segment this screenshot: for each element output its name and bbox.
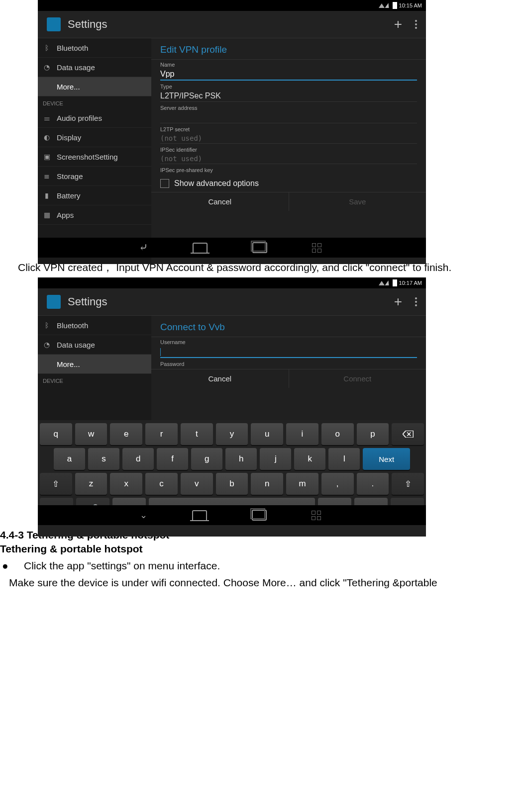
recent-button[interactable] [252,510,267,521]
key-k[interactable]: k [294,448,325,470]
header-title: Settings [68,18,107,31]
settings-header: Settings + [38,11,426,38]
connect-button[interactable]: Connect [289,369,426,388]
back-button[interactable]: ⤶ [139,241,148,254]
ipsecid-label: IPSec identifier [160,147,417,153]
data-usage-icon: ◔ [43,341,51,349]
sidebar-item-more[interactable]: More... [38,355,151,374]
settings-icon [47,17,61,31]
overflow-menu-icon[interactable] [415,20,417,29]
nav-bar: ⤶ [38,238,426,258]
overflow-menu-icon[interactable] [415,297,417,306]
type-select[interactable]: L2TP/IPSec PSK [160,90,417,102]
apps-icon: ▦ [43,211,51,219]
screenshot-icon: ▣ [43,153,51,161]
signal-icon [385,3,392,8]
sidebar-item-audio[interactable]: ⚌Audio profiles [38,108,151,128]
key-o[interactable]: o [321,423,354,445]
screenshot-button[interactable] [312,243,325,252]
username-input[interactable] [160,346,417,358]
settings-sidebar: ᛒBluetooth ◔Data usage More... DEVICE ⚌A… [38,38,151,264]
instruction-text-2: Make sure the device is under wifi conne… [0,576,510,590]
settings-icon [47,295,61,309]
psk-label: IPSec pre-shared key [160,167,417,173]
nav-bar: ⌄ [38,505,426,525]
cancel-button[interactable]: Cancel [151,369,289,388]
sidebar-item-data-usage[interactable]: ◔Data usage [38,58,151,77]
ipsecid-input[interactable]: (not used) [160,154,417,164]
sidebar-item-bluetooth[interactable]: ᛒBluetooth [38,38,151,58]
battery-icon: ▮ [43,191,51,199]
battery-icon [393,279,397,286]
key-a[interactable]: a [54,448,85,470]
home-button[interactable] [192,510,207,520]
data-usage-icon: ◔ [43,63,51,71]
add-button[interactable]: + [391,294,405,310]
key-c[interactable]: c [145,473,178,495]
key-q[interactable]: q [40,423,72,445]
screenshot-button[interactable] [312,511,324,520]
save-button[interactable]: Save [289,192,426,211]
key-l[interactable]: l [328,448,360,470]
advanced-checkbox-row[interactable]: Show advanced options [151,175,426,192]
shift-key-left[interactable]: ⇧ [40,473,72,495]
battery-icon [393,2,397,9]
storage-icon: ≣ [43,172,51,180]
key-y[interactable]: y [216,423,248,445]
key-w[interactable]: w [75,423,107,445]
sidebar-item-screenshot[interactable]: ▣ScreenshotSetting [38,147,151,167]
home-button[interactable] [193,243,208,253]
bluetooth-icon: ᛒ [43,44,51,52]
recent-button[interactable] [252,242,267,253]
key-p[interactable]: p [357,423,389,445]
sub-heading: Tethering & portable hotspot [0,542,510,556]
key-g[interactable]: g [191,448,222,470]
l2tp-input[interactable]: (not used) [160,133,417,144]
sidebar-item-bluetooth[interactable]: ᛒBluetooth [38,316,151,335]
key-z[interactable]: z [75,473,107,495]
cancel-button[interactable]: Cancel [151,192,289,211]
key-n[interactable]: n [251,473,283,495]
display-icon: ◐ [43,133,51,141]
key-e[interactable]: e [110,423,142,445]
settings-sidebar: ᛒBluetooth ◔Data usage More... DEVICE [38,316,151,420]
status-time: 10:17 AM [399,280,422,286]
status-bar: 10:17 AM [38,277,426,288]
key-s[interactable]: s [88,448,119,470]
key-h[interactable]: h [225,448,257,470]
key-comma[interactable]: , [321,473,354,495]
key-b[interactable]: b [216,473,248,495]
settings-header: Settings + [38,288,426,316]
checkbox-icon[interactable] [160,179,169,188]
name-input[interactable]: Vpp [160,69,417,81]
key-j[interactable]: j [260,448,291,470]
bluetooth-icon: ᛒ [43,321,51,329]
sidebar-item-data-usage[interactable]: ◔Data usage [38,335,151,355]
backspace-key[interactable] [392,423,424,445]
sidebar-item-battery[interactable]: ▮Battery [38,186,151,205]
hide-keyboard-button[interactable]: ⌄ [140,510,147,521]
key-d[interactable]: d [122,448,154,470]
key-period[interactable]: . [357,473,389,495]
key-v[interactable]: v [181,473,213,495]
key-f[interactable]: f [157,448,188,470]
add-button[interactable]: + [391,16,405,32]
sidebar-item-apps[interactable]: ▦Apps [38,205,151,225]
key-r[interactable]: r [145,423,178,445]
key-m[interactable]: m [286,473,318,495]
dialog-title: Connect to Vvb [151,316,426,337]
key-x[interactable]: x [110,473,142,495]
shift-key-right[interactable]: ⇧ [392,473,424,495]
wifi-icon [379,281,385,285]
audio-icon: ⚌ [43,114,51,122]
key-u[interactable]: u [251,423,283,445]
next-key[interactable]: Next [363,448,410,470]
sidebar-item-more[interactable]: More... [38,77,151,96]
signal-icon [385,280,392,285]
server-input[interactable] [160,112,417,123]
key-t[interactable]: t [181,423,213,445]
sidebar-item-display[interactable]: ◐Display [38,128,151,147]
sidebar-category-device: DEVICE [38,374,151,386]
sidebar-item-storage[interactable]: ≣Storage [38,167,151,186]
key-i[interactable]: i [286,423,318,445]
